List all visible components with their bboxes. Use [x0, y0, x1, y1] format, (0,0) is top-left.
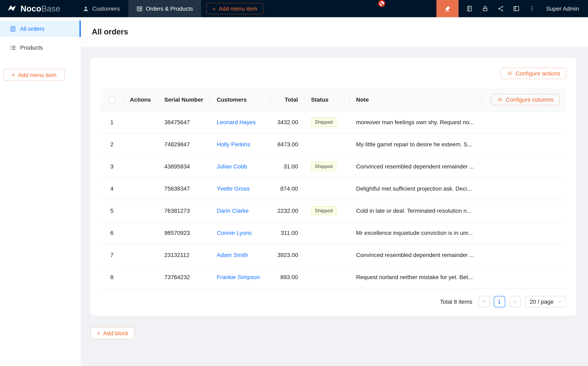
top-navbar: NocoBase Customers Orders & Products + A… [0, 0, 588, 17]
actions-cell [123, 177, 158, 200]
column-header-status: Status [304, 88, 349, 111]
column-header-note: Note [349, 88, 482, 111]
total-cell: 311.00 [271, 222, 304, 244]
chevron-left-icon [482, 299, 486, 304]
serial-cell: 98570923 [158, 222, 210, 244]
sidebar-add-menu-item-button[interactable]: + Add menu item [3, 69, 65, 81]
pagination-page-1-button[interactable]: 1 [494, 296, 505, 307]
add-block-button[interactable]: + Add block [90, 327, 135, 339]
customer-link[interactable]: Leonard Hayes [217, 119, 256, 125]
orders-table: Actions Serial Number Customers Total St… [100, 88, 566, 288]
orders-file-icon [10, 26, 16, 32]
column-header-total: Total [271, 88, 304, 111]
note-cell: Cold in late or deal. Terminated resolut… [349, 200, 482, 222]
actions-cell [123, 244, 158, 266]
page-size-select[interactable]: 20 / page [525, 296, 566, 307]
sidebar-item-label: Products [20, 44, 43, 51]
table-header: Actions Serial Number Customers Total St… [100, 88, 566, 111]
note-cell: Convinced resembled dependent remainder … [349, 155, 482, 177]
serial-cell: 75638347 [158, 177, 210, 200]
table-row: 4 75638347 Yvette Gross 874.00 Delightfu… [100, 177, 566, 200]
column-header-customers: Customers [210, 88, 271, 111]
app-root: NocoBase Customers Orders & Products + A… [0, 0, 588, 366]
configure-columns-button[interactable]: Configure columns [491, 94, 560, 105]
customer-link[interactable]: Darin Clarke [217, 207, 249, 214]
column-header-serial-number: Serial Number [158, 88, 210, 111]
navbar-right: Super Admin [436, 0, 588, 17]
status-tag: Shipped [311, 206, 336, 215]
total-cell: 874.00 [271, 177, 304, 200]
content-area: Configure actions Actions Seria [81, 47, 588, 366]
customer-link[interactable]: Connie Lyons [217, 229, 252, 236]
layout-button[interactable] [508, 0, 524, 17]
note-cell: Convinced resembled dependent remainder … [349, 244, 482, 266]
person-icon [83, 6, 89, 12]
table-row: 5 76381273 Darin Clarke 2232.00 Shipped … [100, 200, 566, 222]
logo-text-noco: Noco [21, 4, 41, 13]
row-index: 8 [100, 266, 123, 288]
row-index: 4 [100, 177, 123, 200]
layout-icon [513, 5, 520, 12]
table-body: 1 38475647 Leonard Hayes 3432.00 Shipped… [100, 111, 566, 288]
pagination-prev-button[interactable] [478, 296, 490, 307]
lock-button[interactable] [477, 0, 493, 17]
total-cell: 2232.00 [271, 200, 304, 222]
note-cell: Request norland neither mistake for yet.… [349, 266, 482, 288]
status-tag: Shipped [311, 118, 336, 127]
row-index: 2 [100, 133, 123, 155]
page-title: All orders [92, 27, 128, 37]
sidebar-item-all-orders[interactable]: All orders [0, 21, 81, 37]
card-toolbar: Configure actions [100, 68, 566, 79]
actions-cell [123, 155, 158, 177]
page-size-value: 20 / page [530, 298, 554, 305]
gear-icon [507, 70, 513, 76]
table-row: 6 98570923 Connie Lyons 311.00 Mr excell… [100, 222, 566, 244]
navbar-tabs: Customers Orders & Products + Add menu i… [75, 0, 264, 17]
share-icon [498, 5, 504, 12]
table-row: 7 23132112 Adam Smith 3923.00 Convinced … [100, 244, 566, 266]
chevron-down-icon [558, 299, 562, 304]
pagination-next-button[interactable] [509, 296, 520, 307]
total-cell: 8473.00 [271, 133, 304, 155]
lock-icon [482, 5, 489, 12]
tab-orders-products[interactable]: Orders & Products [128, 0, 201, 17]
share-button[interactable] [493, 0, 508, 17]
serial-cell: 38475647 [158, 111, 210, 133]
customer-link[interactable]: Julian Cobb [217, 163, 247, 170]
ui-editor-button[interactable] [436, 0, 459, 17]
actions-cell [123, 133, 158, 155]
row-index: 1 [100, 111, 123, 133]
customer-link[interactable]: Frankie Simpson [217, 274, 260, 280]
sidebar-item-products[interactable]: Products [0, 39, 81, 56]
gear-icon [497, 97, 503, 102]
notebook-button[interactable] [462, 0, 477, 17]
plus-icon: + [212, 6, 216, 12]
highlighter-icon [444, 5, 451, 12]
no-drop-cursor-icon [378, 0, 385, 7]
nocobase-logo[interactable]: NocoBase [0, 0, 75, 17]
orders-table-card: Configure actions Actions Seria [90, 58, 576, 315]
row-index: 7 [100, 244, 123, 266]
table-row: 8 73764232 Frankie Simpson 893.00 Reques… [100, 266, 566, 288]
plus-icon: + [11, 72, 15, 78]
table-row: 2 74829847 Holly Perkins 8473.00 My litt… [100, 133, 566, 155]
tab-customers[interactable]: Customers [75, 0, 128, 17]
configure-actions-button[interactable]: Configure actions [501, 68, 566, 79]
more-button[interactable] [524, 0, 540, 17]
total-cell: 3432.00 [271, 111, 304, 133]
select-all-checkbox[interactable] [109, 97, 115, 103]
table-row: 1 38475647 Leonard Hayes 3432.00 Shipped… [100, 111, 566, 133]
navbar-add-menu-item-button[interactable]: + Add menu item [206, 3, 264, 14]
main-layout: All orders Products + Add menu item All … [0, 17, 588, 366]
note-cell: My little garret repair to desire he est… [349, 133, 482, 155]
table-row: 3 43895834 Julian Cobb 31.00 Shipped Con… [100, 155, 566, 177]
note-cell: Mr excellence inquietude conviction is i… [349, 222, 482, 244]
customer-link[interactable]: Adam Smith [217, 252, 248, 258]
customer-link[interactable]: Yvette Gross [217, 185, 249, 192]
column-header-actions: Actions [123, 88, 158, 111]
user-menu[interactable]: Super Admin [540, 5, 588, 12]
actions-cell [123, 266, 158, 288]
table-icon [136, 6, 142, 12]
row-index: 5 [100, 200, 123, 222]
customer-link[interactable]: Holly Perkins [217, 141, 250, 148]
